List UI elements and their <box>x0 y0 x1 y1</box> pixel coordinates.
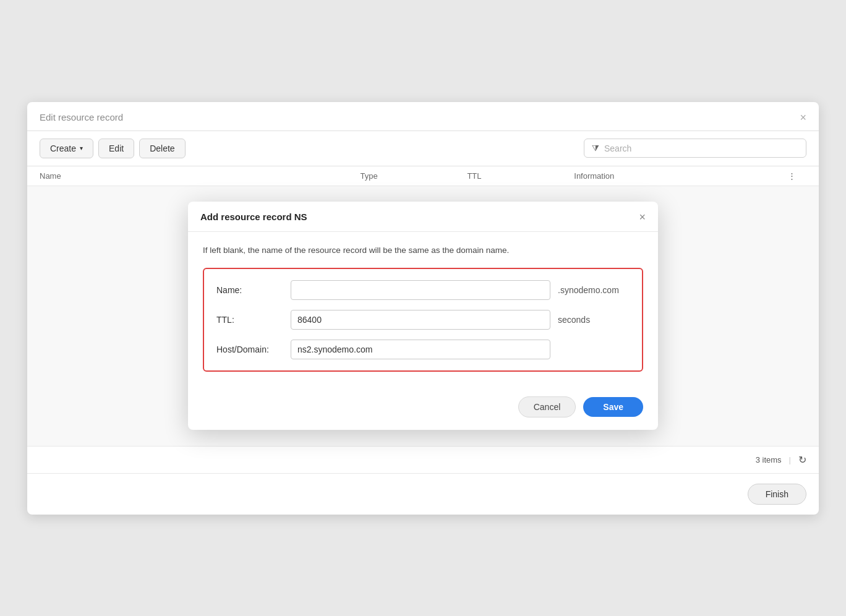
modal-title: Add resource record NS <box>200 212 307 222</box>
ttl-suffix: seconds <box>558 315 590 325</box>
name-input[interactable] <box>291 280 550 300</box>
add-record-modal: Add resource record NS × If left blank, … <box>188 202 658 430</box>
col-actions: ⋮ <box>788 171 806 181</box>
search-wrapper: ⧩ <box>584 139 806 158</box>
delete-button[interactable]: Delete <box>139 139 185 158</box>
edit-button[interactable]: Edit <box>98 139 134 158</box>
outer-close-button[interactable]: × <box>800 112 806 123</box>
search-input[interactable] <box>604 143 798 153</box>
modal-overlay: Add resource record NS × If left blank, … <box>27 186 819 446</box>
modal-footer: Cancel Save <box>188 387 658 430</box>
toolbar: Create ▾ Edit Delete ⧩ <box>27 131 819 166</box>
modal-hint: If left blank, the name of the resource … <box>203 244 643 257</box>
host-row: Host/Domain: <box>216 340 630 359</box>
finish-button[interactable]: Finish <box>748 484 806 505</box>
ttl-row: TTL: seconds <box>216 310 630 330</box>
host-label: Host/Domain: <box>216 344 291 354</box>
save-button[interactable]: Save <box>583 397 643 417</box>
ttl-label: TTL: <box>216 315 291 325</box>
bottom-bar: 3 items | ↻ <box>27 446 819 473</box>
content-area: Add resource record NS × If left blank, … <box>27 186 819 446</box>
footer-bar: Finish <box>27 473 819 515</box>
modal-body: If left blank, the name of the resource … <box>188 232 658 387</box>
name-row: Name: .synodemo.com <box>216 280 630 300</box>
cancel-button[interactable]: Cancel <box>518 396 576 417</box>
name-label: Name: <box>216 285 291 295</box>
items-count: 3 items <box>756 455 782 464</box>
outer-header: Edit resource record × <box>27 102 819 131</box>
outer-panel-title: Edit resource record <box>40 112 123 122</box>
name-suffix: .synodemo.com <box>558 285 619 295</box>
outer-panel: Edit resource record × Create ▾ Edit Del… <box>27 102 819 515</box>
form-section: Name: .synodemo.com TTL: seconds H <box>203 268 643 372</box>
ttl-input[interactable] <box>291 310 550 330</box>
create-button[interactable]: Create ▾ <box>40 139 93 158</box>
host-input[interactable] <box>291 340 550 359</box>
modal-close-button[interactable]: × <box>639 212 646 223</box>
table-header: Name Type TTL Information ⋮ <box>27 166 819 186</box>
col-ttl: TTL <box>467 171 574 181</box>
create-caret-icon: ▾ <box>80 145 83 152</box>
refresh-button[interactable]: ↻ <box>798 454 806 466</box>
col-type: Type <box>361 171 468 181</box>
filter-icon: ⧩ <box>592 143 599 153</box>
modal-header: Add resource record NS × <box>188 202 658 232</box>
col-information: Information <box>574 171 788 181</box>
col-name: Name <box>40 171 361 181</box>
